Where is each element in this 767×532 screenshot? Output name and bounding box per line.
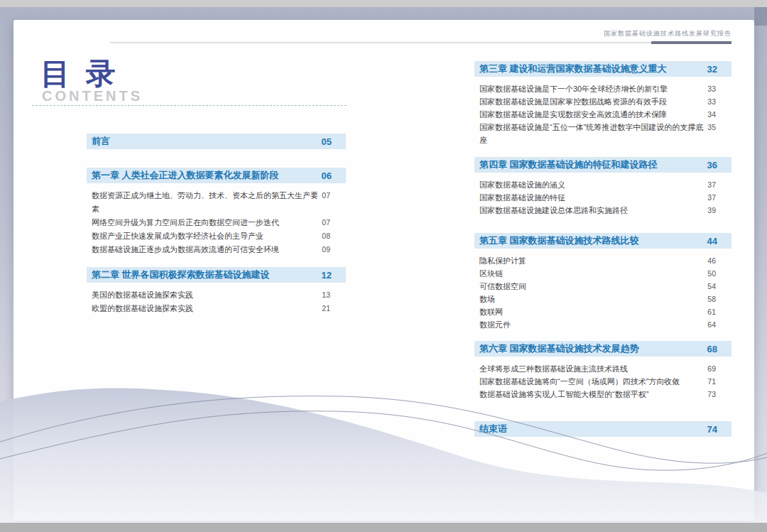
toc-bar-chapter1: 第一章 人类社会正进入数据要素化发展新阶段 06 <box>87 168 346 183</box>
toc-bar-chapter6: 第六章 国家数据基础设施技术发展趋势 68 <box>474 341 731 357</box>
toc-item: 数据产业正快速发展成为数字经济社会的主导产业 08 <box>92 229 330 243</box>
bottom-edge-strip <box>0 523 767 532</box>
toc-item-label: 数据资源正成为继土地、劳动力、技术、资本之后的第五大生产要素 <box>92 189 322 216</box>
toc-section-chapter1: 第一章 人类社会正进入数据要素化发展新阶段 06 数据资源正成为继土地、劳动力、… <box>87 168 346 256</box>
toc-items: 全球将形成三种数据基础设施主流技术路线 69 国家数据基础设施将向“一空间（场或… <box>474 357 731 401</box>
toc-title-english: CONTENTS <box>42 88 143 104</box>
toc-item-page: 34 <box>707 108 716 121</box>
toc-item-page: 58 <box>707 293 716 305</box>
toc-item-label: 数据基础设施正逐步成为数据高效流通的可信安全环境 <box>92 243 279 256</box>
toc-item-page: 33 <box>707 82 716 95</box>
toc-item: 网络空间升级为算力空间后正在向数据空间进一步迭代 07 <box>92 216 330 229</box>
toc-bar-label: 前言 <box>92 135 110 148</box>
toc-section-chapter4: 第四章 国家数据基础设施的特征和建设路径 36 国家数据基础设施的涵义 37 国… <box>474 157 731 217</box>
toc-item-page: 08 <box>322 229 330 243</box>
toc-section-foreword: 前言 05 <box>87 134 346 149</box>
toc-item-label: 区块链 <box>479 267 503 280</box>
toc-item: 国家数据基础设施的涵义 37 <box>479 178 716 191</box>
toc-item-label: 数据元件 <box>479 318 511 331</box>
toc-item: 数联网 61 <box>479 305 716 318</box>
top-edge-strip <box>0 0 767 7</box>
toc-item-label: 欧盟的数据基础设施探索实践 <box>92 302 193 315</box>
toc-bar-label: 第一章 人类社会正进入数据要素化发展新阶段 <box>92 169 279 182</box>
toc-section-chapter3: 第三章 建设和运营国家数据基础设施意义重大 32 国家数据基础设施是下一个30年… <box>474 61 731 146</box>
toc-item: 国家数据基础设施将向“一空间（场或网）四技术”方向收敛 71 <box>479 375 716 388</box>
toc-items: 国家数据基础设施是下一个30年全球经济增长的新引擎 33 国家数据基础设施是国家… <box>474 77 731 146</box>
toc-item-label: 全球将形成三种数据基础设施主流技术路线 <box>479 362 628 375</box>
toc-item-label: 美国的数据基础设施探索实践 <box>92 288 193 302</box>
toc-bar-page: 05 <box>322 136 332 147</box>
toc-item-label: 数场 <box>479 293 495 305</box>
toc-item-page: 09 <box>322 243 330 256</box>
toc-item: 国家数据基础设施是下一个30年全球经济增长的新引擎 33 <box>479 82 716 95</box>
toc-bar-label: 结束语 <box>479 423 507 435</box>
toc-item-page: 13 <box>322 288 330 302</box>
toc-item: 全球将形成三种数据基础设施主流技术路线 69 <box>479 362 716 375</box>
toc-item: 数据元件 64 <box>479 318 716 331</box>
toc-item: 国家数据基础设施是实现数据安全高效流通的技术保障 34 <box>479 108 716 121</box>
top-right-corner-accent <box>754 7 767 26</box>
toc-bar-chapter5: 第五章 国家数据基础设施技术路线比较 44 <box>474 233 731 249</box>
toc-item: 隐私保护计算 46 <box>479 254 716 267</box>
toc-left-column: 前言 05 第一章 人类社会正进入数据要素化发展新阶段 06 数据资源正成为继土… <box>87 134 346 315</box>
toc-bar-label: 第二章 世界各国积极探索数据基础设施建设 <box>92 268 270 281</box>
toc-items: 隐私保护计算 46 区块链 50 可信数据空间 54 数场 58 <box>474 249 731 331</box>
header-rule-light <box>110 42 651 43</box>
toc-item: 数场 58 <box>479 293 716 305</box>
toc-item-page: 33 <box>707 95 716 108</box>
toc-item: 国家数据基础设施建设总体思路和实施路径 39 <box>479 204 716 217</box>
toc-item-page: 61 <box>707 305 716 318</box>
toc-item-page: 54 <box>707 280 716 293</box>
toc-bar-page: 44 <box>707 236 717 246</box>
toc-item-label: 国家数据基础设施将向“一空间（场或网）四技术”方向收敛 <box>479 375 680 388</box>
toc-item-page: 50 <box>707 267 716 280</box>
toc-item: 国家数据基础设施是国家掌控数据战略资源的有效手段 33 <box>479 95 716 108</box>
toc-items: 数据资源正成为继土地、劳动力、技术、资本之后的第五大生产要素 07 网络空间升级… <box>87 183 346 256</box>
toc-bar-page: 06 <box>322 170 332 181</box>
toc-section-chapter5: 第五章 国家数据基础设施技术路线比较 44 隐私保护计算 46 区块链 50 可… <box>474 233 731 331</box>
toc-item-page: 39 <box>707 204 716 217</box>
document-page-background: 国家数据基础设施技术路线发展研究报告 目 录 CONTENTS 前言 05 第一… <box>0 0 767 532</box>
toc-item-page: 07 <box>322 216 330 229</box>
title-dashed-divider <box>32 105 347 106</box>
toc-item: 区块链 50 <box>479 267 716 280</box>
toc-item-label: 国家数据基础设施建设总体思路和实施路径 <box>479 204 628 217</box>
toc-item-page: 37 <box>707 178 716 191</box>
toc-item: 数据基础设施将实现人工智能大模型的“数据平权” 73 <box>479 388 716 401</box>
toc-bar-foreword: 前言 05 <box>87 134 346 149</box>
toc-bar-conclusion: 结束语 74 <box>474 421 731 437</box>
toc-bar-label: 第六章 国家数据基础设施技术发展趋势 <box>479 342 639 355</box>
toc-bar-label: 第五章 国家数据基础设施技术路线比较 <box>479 234 639 247</box>
toc-section-chapter6: 第六章 国家数据基础设施技术发展趋势 68 全球将形成三种数据基础设施主流技术路… <box>474 341 731 401</box>
toc-item-page: 35 <box>707 121 716 146</box>
toc-item-label: 网络空间升级为算力空间后正在向数据空间进一步迭代 <box>92 216 279 229</box>
toc-bar-page: 68 <box>707 344 717 354</box>
toc-bar-chapter3: 第三章 建设和运营国家数据基础设施意义重大 32 <box>474 61 731 77</box>
toc-item-label: 国家数据基础设施是“五位一体”统筹推进数字中国建设的的支撑底座 <box>479 121 707 146</box>
toc-bar-chapter4: 第四章 国家数据基础设施的特征和建设路径 36 <box>474 157 731 173</box>
toc-item-page: 71 <box>707 375 716 388</box>
toc-item-label: 国家数据基础设施的特征 <box>479 191 565 204</box>
toc-item-page: 21 <box>322 302 330 315</box>
toc-item: 美国的数据基础设施探索实践 13 <box>92 288 330 302</box>
toc-item-label: 数据基础设施将实现人工智能大模型的“数据平权” <box>479 388 648 401</box>
toc-item-label: 国家数据基础设施是国家掌控数据战略资源的有效手段 <box>479 95 667 108</box>
header-rule-dark <box>651 41 731 44</box>
toc-section-conclusion: 结束语 74 <box>474 421 731 437</box>
toc-bar-label: 第三章 建设和运营国家数据基础设施意义重大 <box>479 63 667 75</box>
toc-item-label: 数联网 <box>479 305 503 318</box>
toc-section-chapter2: 第二章 世界各国积极探索数据基础设施建设 12 美国的数据基础设施探索实践 13… <box>87 267 346 315</box>
toc-item-label: 国家数据基础设施是下一个30年全球经济增长的新引擎 <box>479 82 668 95</box>
toc-item: 国家数据基础设施的特征 37 <box>479 191 716 204</box>
toc-item-page: 07 <box>322 189 330 216</box>
toc-item-label: 可信数据空间 <box>479 280 526 293</box>
toc-bar-page: 36 <box>707 160 717 170</box>
toc-item-page: 46 <box>707 254 716 267</box>
toc-items: 美国的数据基础设施探索实践 13 欧盟的数据基础设施探索实践 21 <box>87 283 346 315</box>
toc-item-label: 数据产业正快速发展成为数字经济社会的主导产业 <box>92 229 263 243</box>
toc-bar-chapter2: 第二章 世界各国积极探索数据基础设施建设 12 <box>87 267 346 283</box>
toc-item-page: 64 <box>707 318 716 331</box>
toc-item: 可信数据空间 54 <box>479 280 716 293</box>
toc-right-column: 第三章 建设和运营国家数据基础设施意义重大 32 国家数据基础设施是下一个30年… <box>474 61 731 437</box>
toc-item-label: 隐私保护计算 <box>479 254 526 267</box>
